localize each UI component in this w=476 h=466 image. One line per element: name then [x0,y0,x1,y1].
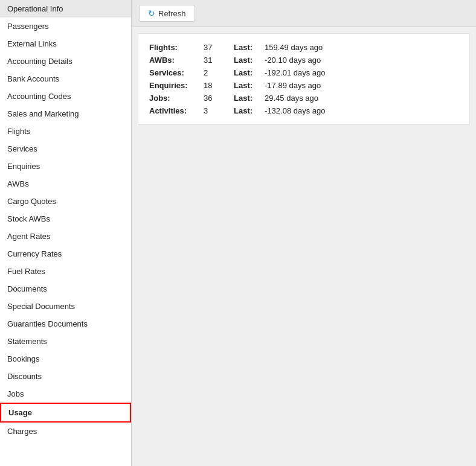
row-days: -132.08 days ago [263,104,336,117]
row-count: 18 [202,79,233,92]
row-days: -17.89 days ago [263,79,336,92]
sidebar-item-currency-rates[interactable]: Currency Rates [0,245,131,263]
data-panel: Flights: 37 Last: 159.49 days ago AWBs: … [138,33,470,125]
table-row: Enquiries: 18 Last: -17.89 days ago [148,79,336,92]
sidebar-item-passengers[interactable]: Passengers [0,18,131,35]
row-count: 36 [202,92,233,104]
sidebar-item-fuel-rates[interactable]: Fuel Rates [0,263,131,280]
sidebar-item-cargo-quotes[interactable]: Cargo Quotes [0,193,131,210]
sidebar-item-discounts[interactable]: Discounts [0,368,131,385]
row-count: 31 [202,54,233,66]
row-days: 29.45 days ago [263,92,336,104]
sidebar-item-external-links[interactable]: External Links [0,35,131,53]
sidebar-item-accounting-details[interactable]: Accounting Details [0,53,131,70]
sidebar-item-documents[interactable]: Documents [0,280,131,298]
row-label: Enquiries: [148,79,202,92]
table-row: Services: 2 Last: -192.01 days ago [148,66,336,79]
table-row: Flights: 37 Last: 159.49 days ago [148,41,336,54]
row-label: Jobs: [148,92,202,104]
sidebar-item-operational-info[interactable]: Operational Info [0,0,131,18]
sidebar-item-bank-accounts[interactable]: Bank Accounts [0,70,131,88]
row-label: Activities: [148,104,202,117]
row-label: AWBs: [148,54,202,66]
table-row: AWBs: 31 Last: -20.10 days ago [148,54,336,66]
row-last-label: Last: [233,41,263,54]
row-last-label: Last: [233,79,263,92]
row-label: Services: [148,66,202,79]
row-count: 3 [202,104,233,117]
sidebar-item-enquiries[interactable]: Enquiries [0,158,131,175]
sidebar-item-services[interactable]: Services [0,140,131,158]
row-days: -20.10 days ago [263,54,336,66]
sidebar-item-charges[interactable]: Charges [0,423,131,440]
sidebar-item-special-documents[interactable]: Special Documents [0,298,131,315]
toolbar: ↻ Refresh [132,0,476,27]
row-last-label: Last: [233,92,263,104]
table-row: Jobs: 36 Last: 29.45 days ago [148,92,336,104]
refresh-button[interactable]: ↻ Refresh [139,5,195,22]
row-count: 2 [202,66,233,79]
row-days: 159.49 days ago [263,41,336,54]
sidebar-item-sales-and-marketing[interactable]: Sales and Marketing [0,105,131,123]
row-last-label: Last: [233,104,263,117]
table-row: Activities: 3 Last: -132.08 days ago [148,104,336,117]
row-days: -192.01 days ago [263,66,336,79]
row-count: 37 [202,41,233,54]
sidebar-item-stock-awbs[interactable]: Stock AWBs [0,210,131,228]
sidebar-item-bookings[interactable]: Bookings [0,350,131,368]
usage-table: Flights: 37 Last: 159.49 days ago AWBs: … [148,41,336,117]
sidebar-item-guaranties-documents[interactable]: Guaranties Documents [0,315,131,333]
sidebar-item-statements[interactable]: Statements [0,333,131,350]
sidebar-item-usage[interactable]: Usage [0,403,131,423]
main-content: ↻ Refresh Flights: 37 Last: 159.49 days … [132,0,476,466]
row-last-label: Last: [233,66,263,79]
sidebar-item-accounting-codes[interactable]: Accounting Codes [0,88,131,105]
row-last-label: Last: [233,54,263,66]
refresh-icon: ↻ [148,8,155,18]
refresh-label: Refresh [158,9,186,18]
sidebar-item-jobs[interactable]: Jobs [0,385,131,403]
sidebar: Operational InfoPassengersExternal Links… [0,0,132,466]
sidebar-item-agent-rates[interactable]: Agent Rates [0,228,131,245]
row-label: Flights: [148,41,202,54]
sidebar-item-flights[interactable]: Flights [0,123,131,140]
sidebar-item-awbs[interactable]: AWBs [0,175,131,193]
